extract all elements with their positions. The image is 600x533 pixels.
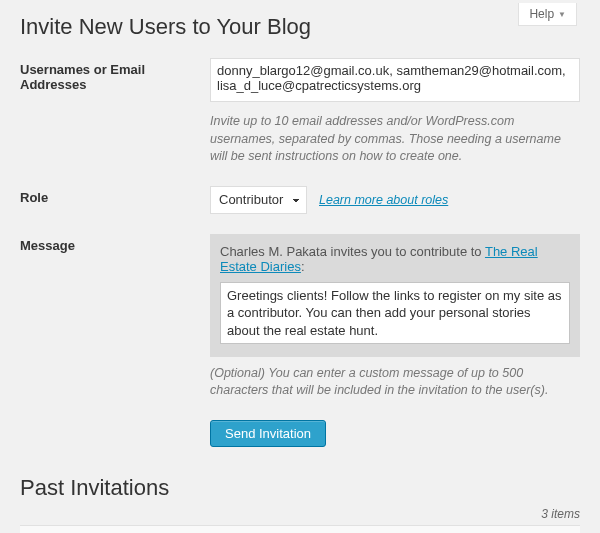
message-intro-prefix: Charles M. Pakata invites you to contrib… <box>220 244 485 259</box>
help-tab[interactable]: Help ▼ <box>518 3 577 26</box>
message-row: Message Charles M. Pakata invites you to… <box>20 234 580 400</box>
emails-control: Invite up to 10 email addresses and/or W… <box>210 58 580 166</box>
help-label: Help <box>529 7 554 21</box>
submit-control: Send Invitation <box>210 420 580 447</box>
message-input[interactable] <box>220 282 570 344</box>
col-date-accepted[interactable]: Date Accepted <box>352 525 496 533</box>
message-label: Message <box>20 234 210 253</box>
submit-spacer <box>20 420 210 424</box>
emails-help: Invite up to 10 email addresses and/or W… <box>210 113 580 166</box>
message-wrap: Charles M. Pakata invites you to contrib… <box>210 234 580 357</box>
message-intro: Charles M. Pakata invites you to contrib… <box>220 244 570 274</box>
role-label: Role <box>20 186 210 205</box>
message-control: Charles M. Pakata invites you to contrib… <box>210 234 580 400</box>
role-select[interactable]: Contributor <box>210 186 307 214</box>
message-intro-suffix: : <box>301 259 305 274</box>
table-header-row: Invitee Sent By Role Date Sent Date Acce… <box>20 525 580 533</box>
role-control: Contributor Learn more about roles <box>210 186 580 214</box>
past-title: Past Invitations <box>20 475 580 501</box>
col-actions: Actions <box>496 525 580 533</box>
emails-row: Usernames or Email Addresses Invite up t… <box>20 58 580 166</box>
role-row: Role Contributor Learn more about roles <box>20 186 580 214</box>
send-invitation-button[interactable]: Send Invitation <box>210 420 326 447</box>
message-help: (Optional) You can enter a custom messag… <box>210 365 580 400</box>
col-role[interactable]: Role <box>186 525 247 533</box>
col-date-sent[interactable]: Date Sent <box>247 525 353 533</box>
items-count: 3 items <box>20 507 580 521</box>
learn-roles-link[interactable]: Learn more about roles <box>319 193 448 207</box>
submit-row: Send Invitation <box>20 420 580 447</box>
page-title: Invite New Users to Your Blog <box>20 0 580 58</box>
past-invites-table: Invitee Sent By Role Date Sent Date Acce… <box>20 525 580 534</box>
table-head: Invitee Sent By Role Date Sent Date Acce… <box>20 525 580 533</box>
col-invitee[interactable]: Invitee <box>20 525 98 533</box>
emails-input[interactable] <box>210 58 580 102</box>
page-wrap: Help ▼ Invite New Users to Your Blog Use… <box>0 0 600 533</box>
chevron-down-icon: ▼ <box>558 10 566 19</box>
col-sent-by[interactable]: Sent By <box>98 525 186 533</box>
emails-label: Usernames or Email Addresses <box>20 58 210 92</box>
